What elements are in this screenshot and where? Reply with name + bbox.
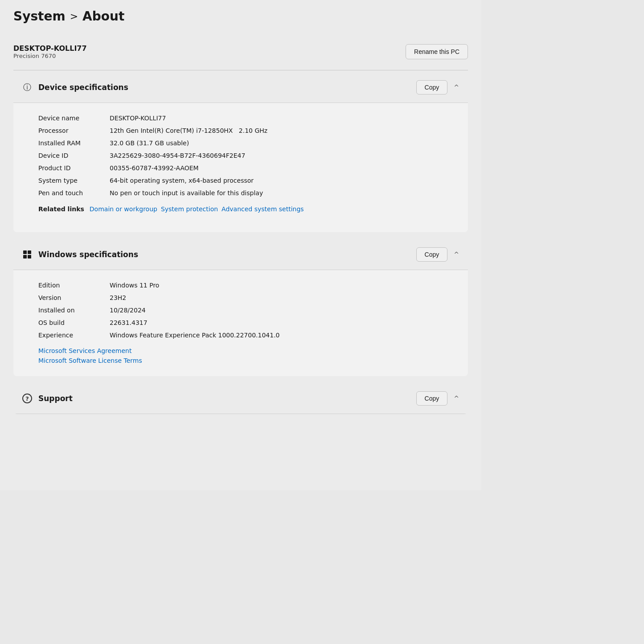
device-name-block: DESKTOP-KOLLI77 Precision 7670 (13, 44, 87, 59)
windows-spec-body: Edition Windows 11 Pro Version 23H2 Inst… (13, 270, 468, 376)
device-header: DESKTOP-KOLLI77 Precision 7670 Rename th… (13, 37, 468, 66)
support-header: ? Support Copy ^ (13, 383, 468, 414)
spec-label-pen-touch: Pen and touch (38, 189, 110, 197)
windows-spec-header-left: Windows specifications (22, 250, 138, 259)
spec-row-edition: Edition Windows 11 Pro (38, 279, 455, 291)
breadcrumb-separator: > (70, 11, 78, 22)
windows-spec-chevron[interactable]: ^ (454, 251, 459, 258)
page-header: System > About (13, 9, 468, 28)
spec-label-experience: Experience (38, 332, 110, 339)
spec-value-edition: Windows 11 Pro (110, 282, 159, 289)
spec-row-device-name: Device name DESKTOP-KOLLI77 (38, 112, 455, 124)
question-mark-icon: ? (22, 394, 32, 403)
windows-spec-copy-button[interactable]: Copy (416, 247, 448, 262)
spec-label-system-type: System type (38, 177, 110, 184)
divider-top (13, 70, 468, 70)
spec-value-installed-on: 10/28/2024 (110, 307, 146, 314)
breadcrumb-current: About (82, 9, 124, 24)
windows-logo-icon (23, 250, 31, 258)
spec-value-experience: Windows Feature Experience Pack 1000.227… (110, 332, 280, 339)
spec-value-os-build: 22631.4317 (110, 319, 148, 326)
device-spec-header-right: Copy ^ (416, 80, 459, 94)
windows-spec-header-right: Copy ^ (416, 247, 459, 262)
page-container: System > About DESKTOP-KOLLI77 Precision… (0, 0, 481, 490)
support-section: ? Support Copy ^ (13, 383, 468, 414)
spec-row-product-id: Product ID 00355-60787-43992-AAOEM (38, 162, 455, 174)
spec-label-edition: Edition (38, 282, 110, 289)
support-header-left: ? Support (22, 394, 73, 403)
device-hostname: DESKTOP-KOLLI77 (13, 44, 87, 53)
support-question-icon: ? (22, 394, 32, 403)
spec-value-version: 23H2 (110, 294, 126, 301)
spec-label-installed-on: Installed on (38, 307, 110, 314)
spec-row-installed-on: Installed on 10/28/2024 (38, 304, 455, 316)
device-model: Precision 7670 (13, 53, 87, 59)
device-specifications-section: ⓘ Device specifications Copy ^ Device na… (13, 72, 468, 232)
link-ms-software-license[interactable]: Microsoft Software License Terms (38, 356, 455, 365)
spec-label-os-build: OS build (38, 319, 110, 326)
device-spec-header-left: ⓘ Device specifications (22, 82, 128, 92)
spec-row-system-type: System type 64-bit operating system, x64… (38, 174, 455, 187)
related-links-section: Related links Domain or workgroup System… (38, 199, 455, 222)
info-icon: ⓘ (22, 82, 32, 92)
related-links-label: Related links (38, 205, 84, 213)
spec-label-version: Version (38, 294, 110, 301)
spec-label-device-name: Device name (38, 115, 110, 122)
windows-specifications-section: Windows specifications Copy ^ Edition Wi… (13, 239, 468, 376)
link-domain-workgroup[interactable]: Domain or workgroup (90, 205, 157, 213)
windows-spec-title: Windows specifications (38, 250, 138, 259)
ms-links-block: Microsoft Services Agreement Microsoft S… (38, 346, 455, 365)
device-spec-body: Device name DESKTOP-KOLLI77 Processor 12… (13, 103, 468, 232)
link-advanced-system-settings[interactable]: Advanced system settings (222, 205, 304, 213)
support-chevron[interactable]: ^ (454, 395, 459, 402)
link-system-protection[interactable]: System protection (161, 205, 218, 213)
support-title: Support (38, 394, 73, 403)
spec-value-device-name: DESKTOP-KOLLI77 (110, 115, 166, 122)
support-header-right: Copy ^ (416, 391, 459, 406)
device-spec-copy-button[interactable]: Copy (416, 80, 448, 94)
device-spec-chevron[interactable]: ^ (454, 84, 459, 91)
spec-row-processor: Processor 12th Gen Intel(R) Core(TM) i7-… (38, 124, 455, 137)
spec-value-pen-touch: No pen or touch input is available for t… (110, 189, 263, 197)
support-copy-button[interactable]: Copy (416, 391, 448, 406)
spec-label-product-id: Product ID (38, 164, 110, 172)
spec-row-pen-touch: Pen and touch No pen or touch input is a… (38, 187, 455, 199)
spec-value-device-id: 3A225629-3080-4954-B72F-4360694F2E47 (110, 152, 245, 159)
spec-value-system-type: 64-bit operating system, x64-based proce… (110, 177, 254, 184)
spec-value-ram: 32.0 GB (31.7 GB usable) (110, 139, 189, 147)
windows-icon (22, 250, 32, 259)
spec-row-version: Version 23H2 (38, 291, 455, 304)
windows-spec-header: Windows specifications Copy ^ (13, 239, 468, 270)
breadcrumb-parent: System (13, 9, 66, 24)
spec-row-device-id: Device ID 3A225629-3080-4954-B72F-436069… (38, 149, 455, 162)
spec-value-processor: 12th Gen Intel(R) Core(TM) i7-12850HX 2.… (110, 127, 267, 134)
spec-value-product-id: 00355-60787-43992-AAOEM (110, 164, 199, 172)
device-spec-title: Device specifications (38, 83, 128, 92)
link-ms-services-agreement[interactable]: Microsoft Services Agreement (38, 346, 455, 356)
spec-label-device-id: Device ID (38, 152, 110, 159)
spec-row-experience: Experience Windows Feature Experience Pa… (38, 329, 455, 341)
spec-row-os-build: OS build 22631.4317 (38, 316, 455, 329)
spec-label-processor: Processor (38, 127, 110, 134)
device-spec-header: ⓘ Device specifications Copy ^ (13, 72, 468, 103)
rename-pc-button[interactable]: Rename this PC (406, 44, 468, 59)
spec-row-ram: Installed RAM 32.0 GB (31.7 GB usable) (38, 137, 455, 149)
spec-label-ram: Installed RAM (38, 139, 110, 147)
